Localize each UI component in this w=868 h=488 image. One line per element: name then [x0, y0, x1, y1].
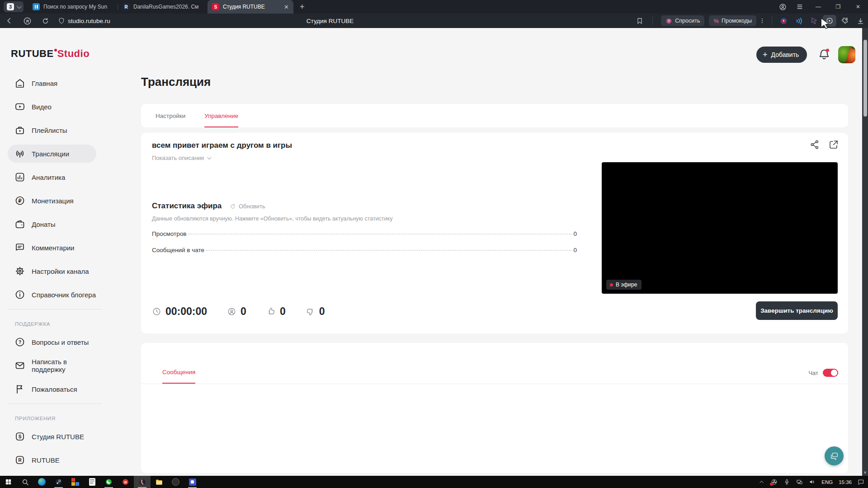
rutube-icon: R	[123, 3, 130, 10]
taskbar-yandex-browser-icon[interactable]	[134, 476, 151, 488]
feedback-chat-button[interactable]	[825, 446, 844, 465]
sidebar-item-rutube-app[interactable]: R RUTUBE	[8, 451, 96, 469]
sidebar-item-monetization[interactable]: ₽ Монетизация	[8, 192, 96, 210]
svg-text:?: ?	[668, 19, 670, 23]
sidebar-item-analytics[interactable]: Аналитика	[8, 168, 96, 186]
taskbar-game-icon[interactable]	[67, 476, 84, 488]
sidebar-item-label: Настройки канала	[32, 267, 89, 275]
browser-tab-1[interactable]: Поиск по запросу My Sun	[28, 0, 118, 14]
taskbar-yandex-icon[interactable]: Я	[117, 476, 134, 488]
sidebar-item-faq[interactable]: ? Вопросы и ответы	[8, 333, 96, 351]
dotted-leader	[188, 234, 571, 235]
show-description-link[interactable]: Показать описание	[152, 155, 210, 161]
notifications-bell-icon[interactable]	[817, 47, 831, 62]
sidebar-item-report[interactable]: Пожаловаться	[8, 380, 96, 398]
extension-tampermonkey-icon[interactable]: T	[776, 14, 791, 28]
extension-sound-icon[interactable]	[791, 14, 807, 28]
url-text: studio.rutube.ru	[68, 18, 110, 24]
sidebar-item-label: Аналитика	[32, 174, 65, 181]
stats-title: Статистика эфира	[152, 202, 222, 211]
taskbar-notepad-icon[interactable]	[84, 476, 100, 488]
microphone-icon[interactable]	[783, 479, 790, 485]
refresh-stats-link[interactable]: Обновить	[230, 203, 265, 210]
taskbar-search-icon[interactable]	[17, 476, 33, 488]
taskbar-app-icon[interactable]	[167, 476, 184, 488]
new-tab-button[interactable]: +	[300, 2, 305, 12]
obs-icon[interactable]	[771, 479, 778, 485]
clock[interactable]: 15:36	[839, 479, 852, 485]
profile-icon[interactable]	[774, 0, 791, 14]
thumbs-down-icon[interactable]	[306, 307, 315, 316]
viewers-count: 0	[241, 305, 246, 318]
support-section-header: ПОДДЕРЖКА	[15, 321, 113, 327]
share-icon[interactable]	[809, 139, 820, 150]
comment-icon	[14, 242, 26, 253]
minimize-button[interactable]: —	[808, 0, 828, 14]
studio-app-icon: S	[14, 431, 26, 442]
sidebar-item-donations[interactable]: Донаты	[8, 215, 96, 233]
taskbar-steam-icon[interactable]	[50, 476, 67, 488]
download-icon[interactable]	[853, 14, 868, 28]
chat-toggle[interactable]	[823, 369, 838, 377]
live-dot-icon	[610, 283, 613, 286]
tab-group-button[interactable]: 3	[4, 1, 24, 12]
back-icon[interactable]	[0, 14, 18, 28]
browser-tab-2[interactable]: R DanilaRusGames2026. См	[118, 0, 208, 14]
action-center-icon[interactable]	[858, 479, 864, 485]
close-button[interactable]: ✕	[848, 0, 868, 14]
tab-settings[interactable]: Настройки	[156, 104, 185, 127]
sidebar-divider	[7, 404, 102, 404]
avatar[interactable]	[838, 46, 855, 63]
sidebar-item-blogger-guide[interactable]: Справочник блогера	[8, 286, 96, 304]
sidebar-item-channel-settings[interactable]: Настройки канала	[8, 262, 96, 280]
more-options-icon[interactable]	[756, 14, 768, 28]
sidebar-item-contact-support[interactable]: Написать в поддержку	[8, 357, 96, 375]
tray-expand-icon[interactable]	[758, 479, 765, 485]
add-button[interactable]: + Добавить	[756, 47, 807, 63]
live-counters-row: 00:00:00 0 0 0	[152, 305, 325, 318]
end-broadcast-button[interactable]: Завершить трансляцию	[756, 301, 838, 320]
sidebar-item-home[interactable]: Главная	[8, 74, 96, 92]
taskbar-blue-app-icon[interactable]	[184, 476, 201, 488]
chat-bubbles-icon	[829, 451, 839, 461]
scrollbar-down-arrow[interactable]: ▼	[862, 470, 868, 475]
maximize-button[interactable]: ❐	[828, 0, 848, 14]
sidebar-item-playlists[interactable]: Плейлисты	[8, 121, 96, 139]
taskbar-whatsapp-icon[interactable]	[100, 476, 117, 488]
extensions-puzzle-icon[interactable]	[837, 14, 853, 28]
scrollbar-thumb[interactable]	[863, 40, 867, 117]
address-bar[interactable]: studio.rutube.ru Студия RUTUBE	[54, 14, 631, 28]
close-tab-icon[interactable]: ✕	[284, 4, 289, 10]
language-indicator[interactable]: ENG	[821, 479, 833, 485]
tab-management[interactable]: Управление	[204, 104, 238, 127]
promo-button[interactable]: % Промокоды	[709, 15, 756, 26]
bookmark-icon[interactable]	[631, 14, 649, 28]
broadcast-icon	[14, 148, 26, 160]
network-icon[interactable]	[796, 479, 803, 485]
page-scrollbar[interactable]: ▼	[862, 28, 868, 476]
sidebar-item-label: Вопросы и ответы	[32, 338, 89, 346]
start-button[interactable]	[0, 476, 17, 488]
sidebar-item-comments[interactable]: Комментарии	[8, 239, 96, 257]
ask-button[interactable]: ? Спросить	[661, 15, 704, 26]
refresh-icon[interactable]	[36, 14, 54, 28]
rutube-studio-logo[interactable]: RUTUBE Studio	[11, 48, 90, 60]
thumbs-up-icon[interactable]	[266, 307, 276, 316]
stream-preview-player[interactable]: В эфире	[602, 162, 838, 294]
external-link-icon[interactable]	[828, 139, 839, 150]
live-badge: В эфире	[606, 280, 642, 290]
sidebar-item-label: Видео	[32, 103, 52, 111]
tab-messages[interactable]: Сообщения	[162, 369, 195, 384]
chevron-down-icon	[17, 4, 22, 9]
menu-icon[interactable]	[791, 0, 808, 14]
taskbar-edge-icon[interactable]	[33, 476, 50, 488]
taskbar-explorer-icon[interactable]	[151, 476, 167, 488]
sidebar-item-broadcasts[interactable]: Трансляции	[8, 145, 96, 163]
volume-icon[interactable]	[809, 479, 816, 485]
yandex-icon[interactable]: Я	[18, 14, 36, 28]
mail-icon	[14, 360, 26, 371]
browser-tab-active[interactable]: S Студия RUTUBE ✕	[208, 0, 293, 14]
sidebar-item-video[interactable]: Видео	[8, 98, 96, 116]
sidebar-item-studio-app[interactable]: S Студия RUTUBE	[8, 427, 96, 446]
flag-icon	[14, 383, 26, 395]
